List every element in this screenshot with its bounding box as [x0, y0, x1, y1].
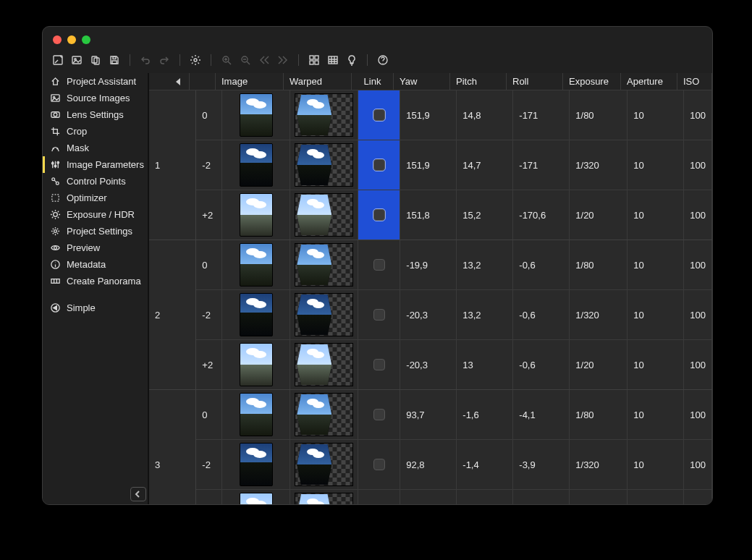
yaw-cell[interactable]: 151,9: [400, 90, 457, 140]
help-icon[interactable]: [375, 52, 391, 68]
image-thumbnail-cell[interactable]: [222, 490, 290, 504]
sidebar-item-project-assistant[interactable]: Project Assistant: [43, 73, 148, 90]
iso-cell[interactable]: 100: [684, 240, 712, 289]
roll-cell[interactable]: -170,6: [513, 190, 570, 239]
sidebar-item-simple[interactable]: Simple: [43, 300, 148, 316]
warped-thumbnail-cell[interactable]: [290, 440, 358, 489]
warped-thumbnail-cell[interactable]: [290, 90, 358, 140]
collapse-sidebar-button[interactable]: [130, 487, 146, 501]
aperture-cell[interactable]: 10: [628, 390, 684, 439]
roll-cell[interactable]: -0,6: [513, 340, 570, 389]
aperture-cell[interactable]: 10: [628, 440, 684, 489]
add-image-icon[interactable]: [69, 52, 85, 68]
exposure-cell[interactable]: 1/320: [570, 440, 628, 489]
link-checkbox[interactable]: [373, 359, 385, 370]
warped-thumbnail-cell[interactable]: [290, 340, 358, 389]
link-checkbox[interactable]: [373, 409, 385, 420]
col-header-exposure[interactable]: Exposure: [563, 73, 621, 90]
warped-thumbnail-cell[interactable]: [290, 240, 358, 289]
sidebar-item-image-parameters[interactable]: Image Parameters: [43, 156, 148, 173]
skip-back-icon[interactable]: [256, 52, 272, 68]
save-icon[interactable]: [106, 52, 122, 68]
roll-cell[interactable]: -171: [513, 140, 570, 190]
exposure-cell[interactable]: 1/20: [570, 340, 628, 389]
roll-cell[interactable]: -0,6: [513, 290, 570, 339]
col-header-iso[interactable]: ISO: [677, 73, 712, 90]
link-cell[interactable]: [358, 190, 400, 239]
iso-cell[interactable]: 100: [684, 140, 712, 190]
col-header-roll[interactable]: Roll: [507, 73, 563, 90]
link-cell[interactable]: [358, 440, 400, 489]
link-cell[interactable]: [358, 140, 400, 190]
pitch-cell[interactable]: 13,2: [457, 290, 513, 339]
link-checkbox[interactable]: [373, 209, 385, 221]
iso-cell[interactable]: 100: [684, 90, 712, 140]
iso-cell[interactable]: 100: [684, 190, 712, 239]
col-header-pitch[interactable]: Pitch: [450, 73, 507, 90]
link-checkbox[interactable]: [373, 109, 385, 121]
pitch-cell[interactable]: 15,2: [457, 190, 513, 239]
pitch-cell[interactable]: 14,7: [457, 140, 513, 190]
iso-cell[interactable]: 100: [684, 440, 712, 489]
yaw-cell[interactable]: -20,3: [400, 340, 457, 389]
yaw-cell[interactable]: -19,9: [400, 240, 457, 289]
roll-cell[interactable]: -4,1: [513, 390, 570, 439]
table-row[interactable]: -2151,914,7-1711/32010100: [196, 140, 712, 190]
exposure-cell[interactable]: 1/80: [570, 240, 628, 289]
iso-cell[interactable]: 100: [684, 290, 712, 339]
col-header-bracket[interactable]: [190, 73, 216, 90]
pitch-cell[interactable]: -1,7: [457, 490, 513, 504]
iso-cell[interactable]: 100: [684, 390, 712, 439]
stack-label[interactable]: 1: [149, 90, 196, 239]
sidebar-item-project-settings[interactable]: Project Settings: [43, 223, 148, 239]
table-row[interactable]: +2151,815,2-170,61/2010100: [196, 190, 712, 239]
sidebar-item-exposure-hdr[interactable]: Exposure / HDR: [43, 206, 148, 223]
aperture-cell[interactable]: 10: [628, 490, 684, 504]
roll-cell[interactable]: -171: [513, 90, 570, 140]
table-row[interactable]: +293,6-1,7-4,21/2010100: [196, 490, 712, 504]
close-button[interactable]: [53, 35, 62, 44]
aperture-cell[interactable]: 10: [628, 290, 684, 339]
sidebar-item-control-points[interactable]: Control Points: [43, 173, 148, 190]
image-thumbnail-cell[interactable]: [222, 290, 290, 339]
image-thumbnail-cell[interactable]: [222, 240, 290, 289]
pitch-cell[interactable]: 13,2: [457, 240, 513, 289]
aperture-cell[interactable]: 10: [628, 340, 684, 389]
undo-icon[interactable]: [138, 52, 153, 68]
bulb-icon[interactable]: [344, 52, 360, 68]
yaw-cell[interactable]: -20,3: [400, 290, 457, 339]
table-row[interactable]: -2-20,313,2-0,61/32010100: [196, 290, 712, 340]
col-header-link[interactable]: Link: [352, 73, 394, 90]
link-cell[interactable]: [358, 90, 400, 140]
link-checkbox[interactable]: [373, 259, 385, 271]
sidebar-item-optimizer[interactable]: Optimizer: [43, 190, 148, 206]
skip-forward-icon[interactable]: [275, 52, 291, 68]
zoom-button[interactable]: [82, 35, 90, 44]
yaw-cell[interactable]: 92,8: [400, 440, 457, 489]
sidebar-item-mask[interactable]: Mask: [43, 140, 148, 156]
link-cell[interactable]: [358, 240, 400, 289]
table-row[interactable]: -292,8-1,4-3,91/32010100: [196, 440, 712, 490]
roll-cell[interactable]: -3,9: [513, 440, 570, 489]
warped-thumbnail-cell[interactable]: [290, 390, 358, 439]
stack-label[interactable]: 3: [149, 390, 196, 504]
exposure-cell[interactable]: 1/320: [570, 290, 628, 339]
sidebar-item-crop[interactable]: Crop: [43, 123, 148, 140]
yaw-cell[interactable]: 93,7: [400, 390, 457, 439]
link-cell[interactable]: [358, 340, 400, 389]
grid-icon[interactable]: [306, 52, 322, 68]
table-row[interactable]: +2-20,313-0,61/2010100: [196, 340, 712, 389]
redo-icon[interactable]: [156, 52, 172, 68]
aperture-cell[interactable]: 10: [628, 190, 684, 239]
table-row[interactable]: 093,7-1,6-4,11/8010100: [196, 390, 712, 440]
warped-thumbnail-cell[interactable]: [290, 190, 358, 239]
exposure-cell[interactable]: 1/20: [570, 490, 628, 504]
iso-cell[interactable]: 100: [684, 490, 712, 504]
image-thumbnail-cell[interactable]: [222, 140, 290, 190]
roll-cell[interactable]: -0,6: [513, 240, 570, 289]
minimize-button[interactable]: [67, 35, 76, 44]
image-thumbnail-cell[interactable]: [222, 390, 290, 439]
sidebar-item-preview[interactable]: Preview: [43, 239, 148, 256]
yaw-cell[interactable]: 151,9: [400, 140, 457, 190]
pitch-cell[interactable]: -1,4: [457, 440, 513, 489]
